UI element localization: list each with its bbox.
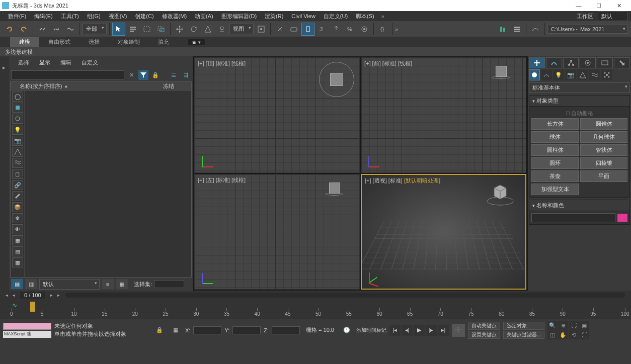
rectangular-selection-button[interactable] bbox=[140, 23, 153, 36]
selection-filter-dropdown[interactable]: 全部 bbox=[83, 24, 107, 34]
maxscript-input[interactable] bbox=[3, 323, 51, 330]
viewport-left-label[interactable]: [+] [左] [标准] [线框] bbox=[198, 176, 246, 184]
goto-end-button[interactable]: ▸| bbox=[438, 325, 449, 336]
viewport-persp-label[interactable]: [+] [透视] [标准] [默认明暗处理] bbox=[365, 177, 440, 185]
lights-category-icon[interactable]: 💡 bbox=[553, 69, 564, 80]
cameras-category-icon[interactable]: 📷 bbox=[565, 69, 576, 80]
isolate-lock-icon[interactable]: 🔒 bbox=[153, 324, 166, 337]
filter-xrefs-icon[interactable]: 🔗 bbox=[12, 180, 23, 190]
menu-create[interactable]: 创建(C) bbox=[131, 12, 157, 21]
filter-more-icon[interactable]: ▦ bbox=[12, 257, 23, 267]
layer-view2-icon[interactable]: ▥ bbox=[25, 279, 37, 289]
clear-search-icon[interactable]: ✕ bbox=[126, 70, 136, 80]
view-influences-icon[interactable]: ⇶ bbox=[181, 70, 191, 80]
layer-dropdown[interactable]: 默认 bbox=[39, 279, 100, 290]
keyboard-shortcut-override-button[interactable] bbox=[287, 23, 300, 36]
systems-category-icon[interactable] bbox=[601, 69, 612, 80]
filter-icon[interactable] bbox=[138, 70, 148, 80]
reference-coord-dropdown[interactable]: 视图 bbox=[229, 24, 254, 34]
menu-rendering[interactable]: 渲染(R) bbox=[261, 12, 287, 21]
bind-to-space-warp-button[interactable] bbox=[64, 23, 77, 36]
viewport-top-label[interactable]: [+] [顶] [标准] [线框] bbox=[198, 60, 246, 67]
filter-lights-icon[interactable]: 💡 bbox=[12, 125, 23, 135]
pan-icon[interactable]: ✋ bbox=[558, 330, 568, 339]
viewport-perspective[interactable]: [+] [透视] [标准] [默认明暗处理] bbox=[361, 174, 526, 290]
filter-hidden-icon[interactable]: 👁 bbox=[12, 224, 23, 234]
primitive-button[interactable]: 管状体 bbox=[580, 144, 627, 156]
view-children-icon[interactable]: ☰ bbox=[169, 70, 179, 80]
viewcube-persp[interactable] bbox=[485, 179, 515, 209]
filter-shapes-icon[interactable] bbox=[12, 114, 23, 124]
key-filters-button[interactable]: 关键点过滤器... bbox=[503, 331, 544, 339]
edit-named-selection-button[interactable] bbox=[358, 23, 371, 36]
viewport-top[interactable]: [+] [顶] [标准] [线框] bbox=[194, 57, 360, 173]
filter-container-icon[interactable]: 📦 bbox=[12, 202, 23, 212]
use-pivot-center-button[interactable] bbox=[255, 23, 268, 36]
link-button[interactable] bbox=[36, 23, 49, 36]
setkey-button[interactable]: 设置关键点 bbox=[468, 331, 500, 339]
workspace-dropdown[interactable]: 默认 bbox=[598, 12, 628, 21]
key-mode-icon[interactable]: ➕ bbox=[452, 324, 465, 337]
hierarchy-tab[interactable] bbox=[563, 57, 579, 68]
ribbon-tab-object-paint[interactable]: 对象绘制 bbox=[109, 37, 149, 47]
coord-y-input[interactable] bbox=[232, 326, 261, 334]
maxscript-listener[interactable]: MAXScript 迷 bbox=[3, 323, 51, 338]
snaps-toggle-button[interactable] bbox=[301, 23, 314, 36]
curve-editor-button[interactable] bbox=[529, 23, 542, 36]
menu-scripting[interactable]: 脚本(S) bbox=[352, 12, 378, 21]
track-next-icon[interactable]: ▸ bbox=[48, 292, 55, 299]
filter-helpers-icon[interactable] bbox=[12, 147, 23, 157]
filter-groups-icon[interactable]: ◻ bbox=[12, 169, 23, 179]
coord-z-input[interactable] bbox=[272, 326, 300, 334]
primitive-button[interactable]: 茶壶 bbox=[531, 170, 579, 182]
scene-menu-customize[interactable]: 自定义 bbox=[80, 59, 100, 66]
menu-animation[interactable]: 动画(A) bbox=[191, 12, 217, 21]
percent-snap-button[interactable] bbox=[330, 23, 343, 36]
ribbon-tab-populate[interactable]: 填充 bbox=[149, 37, 178, 47]
maximize-button[interactable]: ☐ bbox=[589, 0, 609, 11]
ribbon-tab-selection[interactable]: 选择 bbox=[80, 37, 109, 47]
filter-cameras-icon[interactable]: 📷 bbox=[12, 136, 23, 146]
viewport-left[interactable]: [+] [左] [标准] [线框] bbox=[194, 174, 360, 290]
zoom-extents-icon[interactable]: ⛶ bbox=[569, 321, 579, 330]
scene-search-input[interactable] bbox=[11, 70, 124, 79]
ribbon-tab-freeform[interactable]: 自由形式 bbox=[39, 37, 80, 47]
menu-overflow-icon[interactable]: » bbox=[378, 13, 387, 19]
filter-expand-icon[interactable]: ▦ bbox=[12, 235, 23, 245]
primitive-button[interactable]: 加强型文本 bbox=[531, 184, 579, 195]
next-frame-button[interactable]: |▸ bbox=[426, 325, 437, 336]
object-name-input[interactable] bbox=[531, 213, 615, 222]
menu-graph-editors[interactable]: 图形编辑器(D) bbox=[217, 12, 261, 21]
key-target-dropdown[interactable]: 选定对象 bbox=[503, 322, 544, 330]
track-prev2-icon[interactable]: ◂ bbox=[10, 292, 17, 299]
select-and-manipulate-button[interactable] bbox=[273, 23, 286, 36]
lock-icon[interactable]: 🔒 bbox=[150, 70, 161, 80]
layers-icon[interactable]: ≡ bbox=[102, 279, 114, 289]
goto-start-button[interactable]: |◂ bbox=[389, 325, 401, 336]
select-and-scale-button[interactable] bbox=[201, 23, 214, 36]
utilities-tab[interactable] bbox=[614, 57, 630, 68]
spacewarps-category-icon[interactable] bbox=[589, 69, 600, 80]
angle-snap-button[interactable]: 3 bbox=[316, 23, 329, 36]
ribbon-tab-modeling[interactable]: 建模 bbox=[10, 37, 39, 47]
autogrid-checkbox[interactable]: ☐ 自动栅格 bbox=[531, 109, 627, 118]
menu-views[interactable]: 视图(V) bbox=[105, 12, 131, 21]
select-object-button[interactable] bbox=[112, 23, 125, 36]
prev-frame-button[interactable]: ◂| bbox=[402, 325, 413, 336]
minimize-button[interactable]: — bbox=[569, 0, 589, 11]
timeline-ruler[interactable]: ∿ 05101520253035404550556065707580859095… bbox=[0, 300, 631, 319]
undo-button[interactable] bbox=[3, 23, 16, 36]
primitive-button[interactable]: 几何球体 bbox=[580, 131, 627, 143]
add-time-tag-label[interactable]: 添加时间标记 bbox=[356, 327, 386, 334]
time-tag-icon[interactable]: 🕐 bbox=[340, 324, 353, 337]
zoom-icon[interactable]: 🔍 bbox=[547, 321, 558, 330]
object-type-dropdown[interactable]: 标准基本体 bbox=[529, 82, 630, 93]
layer-explorer-button[interactable] bbox=[510, 23, 523, 36]
select-by-name-button[interactable] bbox=[126, 23, 139, 36]
menu-tools[interactable]: 工具(T) bbox=[57, 12, 83, 21]
column-freeze-header[interactable]: 冻结 bbox=[161, 82, 191, 90]
geometry-category-icon[interactable] bbox=[529, 69, 540, 80]
selection-set-input[interactable] bbox=[154, 280, 184, 288]
select-and-move-button[interactable] bbox=[173, 23, 186, 36]
column-name-header[interactable]: 名称(按升序排序)▲ bbox=[11, 82, 161, 90]
